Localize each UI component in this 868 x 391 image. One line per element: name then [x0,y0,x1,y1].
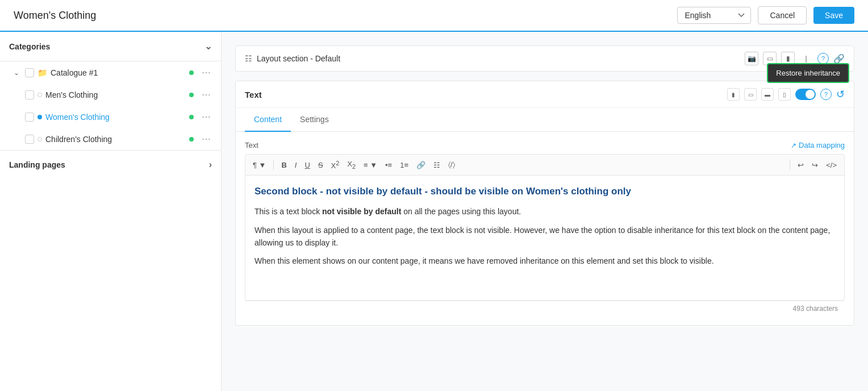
numbered-list-button[interactable]: 1≡ [397,159,411,171]
paragraph-button[interactable]: ¶ ▼ [250,159,269,171]
text-mobile-icon[interactable]: ▮ [727,88,740,101]
editor-para3: When this element shows on our content p… [254,255,835,267]
womens-checkbox[interactable] [25,113,34,122]
mens-clothing-item[interactable]: Men's Clothing ⋯ [0,84,221,106]
layout-icon: ☷ [245,54,252,63]
table-button[interactable]: ☷ [431,159,443,171]
mens-status-dot [189,93,194,97]
womens-more-icon[interactable]: ⋯ [198,110,214,123]
save-button[interactable]: Save [813,7,854,24]
editor-area: Text ↗ Data mapping ¶ ▼ B I U S [236,132,854,325]
mens-circle-icon [37,93,42,97]
layout-section-title: Layout section - Default [257,54,340,63]
categories-label: Categories [9,42,50,51]
toolbar-right: ↩ ↪ </> [787,159,840,171]
catalogue-more-icon[interactable]: ⋯ [198,66,214,79]
bold-button[interactable]: B [278,159,289,171]
subscript-button[interactable]: X2 [344,158,358,172]
text-block: Text Restore inheritance ▮ ▭ ▬ ▯ ? ↺ [235,81,854,326]
text-block-title: Text [245,90,262,99]
topbar: Women's Clothing English Cancel Save [0,0,868,32]
strikethrough-button[interactable]: S [315,159,326,171]
main-layout: Categories ⌄ ⌄ 📁 Catalogue #1 ⋯ Men's Cl… [0,32,868,391]
editor-para2: When this layout is applied to a content… [254,224,835,249]
help-icon[interactable]: ? [817,53,829,64]
childrens-label: Children's Clothing [45,135,189,144]
list-button[interactable]: •≡ [382,159,395,171]
italic-button[interactable]: I [292,159,300,171]
language-select[interactable]: English [677,7,751,24]
editor-para1: This is a text block not visible by defa… [254,205,835,218]
catalogue-label: Catalogue #1 [51,68,189,77]
sidebar: Categories ⌄ ⌄ 📁 Catalogue #1 ⋯ Men's Cl… [0,32,222,391]
landing-chevron-icon: › [209,160,212,170]
mobile-icon[interactable]: 📷 [745,52,758,65]
para1-start: This is a text block [254,207,322,216]
data-mapping-link[interactable]: ↗ Data mapping [791,141,845,149]
text-desktop2-icon[interactable]: ▯ [778,88,791,101]
redo-button[interactable]: ↪ [809,159,821,171]
editor-toolbar: ¶ ▼ B I U S X2 X2 ≡ ▼ •≡ 1≡ 🔗 ☷ 〈/〉 [245,154,845,176]
childrens-checkbox[interactable] [25,135,34,144]
source-button[interactable]: </> [823,159,840,171]
toolbar-divider-2 [790,159,790,169]
data-mapping-label: Data mapping [799,141,845,149]
catalogue-item[interactable]: ⌄ 📁 Catalogue #1 ⋯ [0,61,221,84]
superscript-button[interactable]: X2 [328,158,343,172]
text-desktop-icon[interactable]: ▬ [761,88,774,101]
mens-checkbox[interactable] [25,90,34,99]
categories-section[interactable]: Categories ⌄ [0,32,221,61]
womens-label: Women's Clothing [45,113,189,122]
womens-circle-icon [37,115,42,119]
content-area: ☷ Layout section - Default 📷 ▭ ▮ | ? 🔗 T… [222,32,868,391]
landing-pages-label: Landing pages [9,160,65,169]
childrens-more-icon[interactable]: ⋯ [198,132,214,145]
womens-status-dot [189,115,194,119]
para1-end: on all the pages using this layout. [401,207,521,216]
section-bar-left: ☷ Layout section - Default [245,54,340,63]
restore-inheritance-label: Restore inheritance [776,69,840,77]
page-title: Women's Clothing [14,10,96,22]
align-button[interactable]: ≡ ▼ [361,159,380,171]
toolbar-divider-1 [273,160,274,170]
catalogue-checkbox[interactable] [25,68,34,77]
editor-label-row: Text ↗ Data mapping [245,141,845,149]
data-mapping-icon: ↗ [791,142,796,149]
text-block-header: Text Restore inheritance ▮ ▭ ▬ ▯ ? ↺ [236,81,854,108]
tab-settings[interactable]: Settings [291,108,338,132]
childrens-clothing-item[interactable]: Children's Clothing ⋯ [0,128,221,150]
childrens-circle-icon [37,137,42,142]
text-help-icon[interactable]: ? [820,89,832,100]
visibility-toggle[interactable] [795,89,816,100]
restore-inheritance-tooltip: Restore inheritance [767,63,849,83]
code-button[interactable]: 〈/〉 [445,159,458,171]
text-field-label: Text [245,141,258,149]
tabs: Content Settings [236,108,854,132]
catalogue-status-dot [189,70,194,75]
content-inner: ☷ Layout section - Default 📷 ▭ ▮ | ? 🔗 T… [222,32,868,339]
childrens-status-dot [189,137,194,142]
underline-button[interactable]: U [302,159,312,171]
link-icon[interactable]: 🔗 [833,53,845,64]
editor-heading: Second block - not visible by default - … [254,185,835,198]
restore-inheritance-button[interactable]: ↺ [836,88,845,101]
para1-bold: not visible by default [322,207,401,216]
expand-icon: ⌄ [14,69,23,77]
cancel-button[interactable]: Cancel [758,6,807,24]
text-tablet-icon[interactable]: ▭ [744,88,757,101]
topbar-actions: English Cancel Save [677,6,854,24]
char-count: 493 characters [245,301,845,316]
text-block-controls: Restore inheritance ▮ ▭ ▬ ▯ ? ↺ [727,88,845,101]
layout-section-bar: ☷ Layout section - Default 📷 ▭ ▮ | ? 🔗 [235,45,854,72]
tab-content[interactable]: Content [245,108,291,132]
categories-chevron-icon: ⌄ [205,41,212,52]
landing-pages-section[interactable]: Landing pages › [0,151,221,179]
womens-clothing-item[interactable]: Women's Clothing ⋯ [0,106,221,128]
link-button[interactable]: 🔗 [414,159,428,171]
undo-button[interactable]: ↩ [795,159,807,171]
editor-content[interactable]: Second block - not visible by default - … [245,176,845,301]
mens-more-icon[interactable]: ⋯ [198,88,214,101]
mens-label: Men's Clothing [45,90,189,99]
folder-icon: 📁 [37,68,47,77]
